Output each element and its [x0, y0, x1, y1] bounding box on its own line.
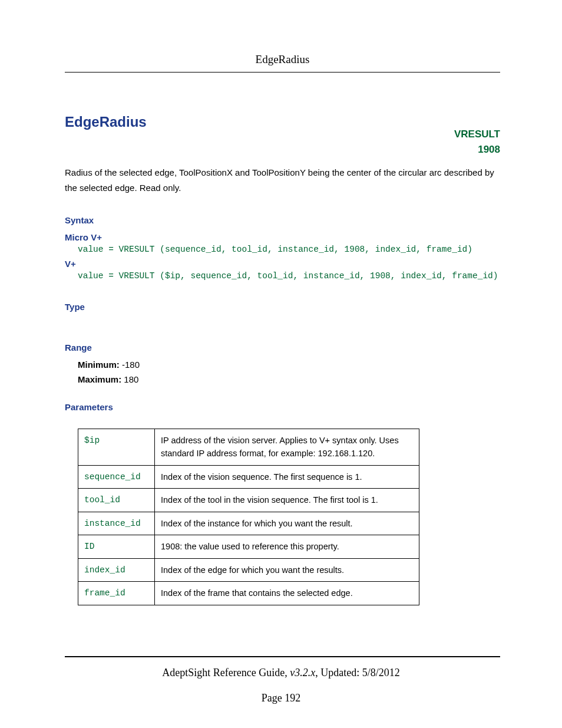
footer-guide: AdeptSight Reference Guide: [162, 667, 285, 678]
table-row: $ipIP address of the vision server. Appl…: [78, 429, 419, 466]
range-maximum: Maximum: 180: [78, 374, 500, 384]
max-value: 180: [121, 374, 138, 384]
table-row: ID1908: the value used to reference this…: [78, 535, 419, 558]
vplus-label: V+: [65, 259, 500, 269]
param-name: index_id: [78, 558, 155, 581]
param-name: ID: [78, 535, 155, 558]
param-name: instance_id: [78, 512, 155, 535]
table-row: tool_idIndex of the tool in the vision s…: [78, 489, 419, 512]
param-desc: Index of the frame that contains the sel…: [155, 582, 419, 605]
min-value: -180: [120, 360, 140, 370]
type-heading: Type: [65, 302, 500, 312]
max-label: Maximum:: [78, 374, 121, 384]
table-row: frame_idIndex of the frame that contains…: [78, 582, 419, 605]
vresult-code: 1908: [65, 142, 500, 157]
min-label: Minimum:: [78, 360, 120, 370]
micro-vplus-code: value = VRESULT (sequence_id, tool_id, i…: [78, 245, 500, 254]
page-footer: AdeptSight Reference Guide, v3.2.x, Upda…: [0, 656, 562, 704]
syntax-heading: Syntax: [65, 215, 500, 225]
vresult-block: VRESULT 1908: [65, 127, 500, 157]
table-row: sequence_idIndex of the vision sequence.…: [78, 465, 419, 488]
micro-vplus-label: Micro V+: [65, 232, 500, 242]
description-text: Radius of the selected edge, ToolPositio…: [65, 165, 500, 195]
param-name: frame_id: [78, 582, 155, 605]
parameters-table: $ipIP address of the vision server. Appl…: [78, 429, 419, 605]
footer-version: , v3.2.x: [285, 667, 315, 678]
param-name: tool_id: [78, 489, 155, 512]
footer-rule: [65, 656, 500, 657]
param-desc: Index of the edge for which you want the…: [155, 558, 419, 581]
param-desc: Index of the instance for which you want…: [155, 512, 419, 535]
param-name: $ip: [78, 429, 155, 466]
range-minimum: Minimum: -180: [78, 360, 500, 370]
footer-text: AdeptSight Reference Guide, v3.2.x, Upda…: [0, 667, 562, 679]
parameters-heading: Parameters: [65, 402, 500, 412]
header-title: EdgeRadius: [65, 53, 500, 66]
param-desc: 1908: the value used to reference this p…: [155, 535, 419, 558]
table-row: instance_idIndex of the instance for whi…: [78, 512, 419, 535]
param-desc: Index of the vision sequence. The first …: [155, 465, 419, 488]
page-number: Page 192: [0, 692, 562, 704]
range-heading: Range: [65, 342, 500, 353]
table-row: index_idIndex of the edge for which you …: [78, 558, 419, 581]
vplus-code: value = VRESULT ($ip, sequence_id, tool_…: [78, 271, 500, 281]
param-name: sequence_id: [78, 465, 155, 488]
param-desc: Index of the tool in the vision sequence…: [155, 489, 419, 512]
param-desc: IP address of the vision server. Applies…: [155, 429, 419, 466]
header-rule: [65, 72, 500, 73]
footer-updated: , Updated: 5/8/2012: [315, 667, 399, 678]
